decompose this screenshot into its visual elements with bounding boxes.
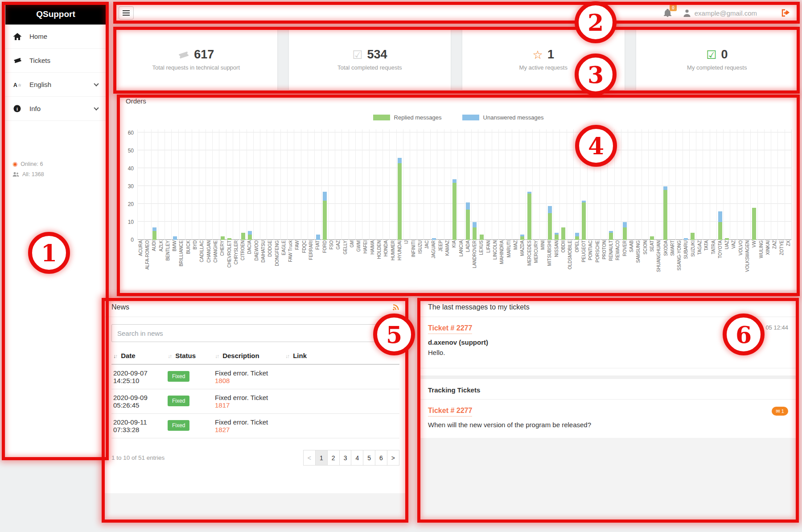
- sidebar-item-english[interactable]: A☆English: [5, 73, 106, 97]
- x-tick: FSO: [328, 240, 335, 290]
- column-header-description[interactable]: ↓↑ Description: [213, 348, 284, 364]
- replied-bar-segment: [663, 190, 667, 240]
- replied-bar-segment: [725, 238, 729, 240]
- stat-value: 617: [194, 48, 214, 62]
- page-button-4[interactable]: 4: [351, 450, 363, 466]
- x-tick: VOLKSWAGEN: [744, 240, 751, 290]
- user-menu[interactable]: example@gmail.com: [683, 9, 757, 17]
- cell-status: Fixed: [166, 389, 213, 414]
- sidebar-item-info[interactable]: iInfo: [5, 97, 106, 121]
- chart-column: [321, 129, 328, 240]
- x-tick: FIAT: [315, 240, 321, 290]
- x-tick-label: UAZ: [725, 240, 729, 249]
- chart-column: [628, 129, 634, 240]
- x-tick: PEUGEOT: [580, 240, 587, 290]
- column-header-link[interactable]: ↓↑ Link: [284, 348, 399, 364]
- x-tick: CHERY: [219, 240, 226, 290]
- cell-description: Fixed error. Ticket 1808: [213, 364, 284, 389]
- stats-row: 617Total requests in technical support☑5…: [115, 29, 798, 90]
- x-tick-label: SMART: [670, 240, 675, 256]
- x-tick-label: NISSAN: [555, 240, 559, 257]
- replied-bar-segment: [480, 235, 484, 240]
- chart-column: [376, 129, 382, 240]
- chart-column: [219, 129, 226, 240]
- chart-column: [239, 129, 246, 240]
- sidebar-item-tickets[interactable]: Tickets: [5, 49, 106, 73]
- stat-label: Total requests in technical support: [152, 64, 240, 71]
- ticket-number-link[interactable]: 1827: [215, 426, 230, 433]
- chart-column: [669, 129, 675, 240]
- x-tick: CITROEN: [239, 240, 246, 290]
- chart-column: [519, 129, 526, 240]
- x-tick: BMW: [171, 240, 178, 290]
- page-button-5[interactable]: 5: [363, 450, 375, 466]
- x-tick-label: DAIHATSU: [261, 240, 266, 263]
- replied-bar-segment: [520, 236, 524, 240]
- panel-footer: [419, 438, 797, 520]
- x-tick: LANDROVER: [472, 240, 478, 290]
- ticket-number-link[interactable]: 1808: [215, 377, 230, 384]
- ticket-number-link[interactable]: 1817: [215, 401, 230, 409]
- page-next-button[interactable]: >: [387, 450, 399, 466]
- notifications-button[interactable]: 0: [664, 9, 671, 17]
- y-tick-label: 40: [128, 165, 134, 172]
- replied-bar-segment: [548, 213, 552, 240]
- bar-LADA: [466, 202, 470, 240]
- sidebar-item-home[interactable]: Home: [5, 25, 106, 49]
- page-button-2[interactable]: 2: [327, 450, 340, 466]
- chart-column: [417, 129, 424, 240]
- chart-column: [730, 129, 736, 240]
- x-tick-label: WULING: [759, 240, 764, 258]
- x-tick-label: HOLDEN: [377, 240, 382, 259]
- chart-column: [465, 129, 471, 240]
- check-square-icon: ☑: [352, 49, 362, 61]
- menu-toggle-button[interactable]: [119, 6, 134, 20]
- chart-column: [403, 129, 410, 240]
- news-title: News: [111, 303, 129, 311]
- y-tick-label: 10: [128, 219, 134, 225]
- user-icon: [683, 9, 691, 17]
- x-tick-label: ZAZ: [773, 240, 777, 249]
- stat-value: 0: [721, 48, 728, 62]
- x-tick-label: ACURA: [139, 240, 143, 256]
- x-tick-label: LIFAN: [486, 240, 491, 253]
- tracking-tickets-title: Tracking Tickets: [428, 386, 788, 394]
- x-tick-label: ALFA-ROMEO: [145, 240, 150, 270]
- logout-button[interactable]: [781, 8, 791, 17]
- cell-status: Fixed: [166, 364, 213, 389]
- x-tick: HOLDEN: [376, 240, 382, 290]
- chart-column: [396, 129, 403, 240]
- tracking-ticket-link[interactable]: Ticket # 2277: [428, 407, 472, 417]
- rss-icon[interactable]: [392, 304, 399, 311]
- x-tick-label: FDQC: [302, 240, 307, 253]
- page-button-1[interactable]: 1: [315, 450, 328, 466]
- x-tick: ZX: [785, 240, 792, 290]
- x-tick: NISSAN: [553, 240, 560, 290]
- svg-text:☆: ☆: [18, 83, 21, 87]
- unanswered-bar-segment: [248, 231, 252, 235]
- page-button-3[interactable]: 3: [339, 450, 352, 466]
- replied-bar-segment: [561, 227, 565, 240]
- chart-column: [737, 129, 744, 240]
- column-header-status[interactable]: ↓↑ Status: [166, 348, 213, 364]
- x-tick: MAZDA: [519, 240, 526, 290]
- bar-FIAT: [316, 235, 320, 240]
- x-tick: MINI: [540, 240, 547, 290]
- status-badge: Fixed: [168, 371, 189, 382]
- last-messages-panel: The last messages to my tickets Ticket #…: [419, 297, 797, 520]
- chart-column: [362, 129, 369, 240]
- chart-column: [689, 129, 696, 240]
- bar-SKODA: [663, 186, 667, 240]
- page-button-6[interactable]: 6: [375, 450, 387, 466]
- search-input[interactable]: [111, 324, 399, 342]
- x-tick: LIFAN: [485, 240, 492, 290]
- unanswered-bar-segment: [152, 227, 156, 231]
- column-header-date[interactable]: ↓↑ Date: [111, 348, 166, 364]
- x-tick: EAGLE: [280, 240, 287, 290]
- chart-column: [451, 129, 457, 240]
- x-tick-label: VW: [752, 240, 757, 247]
- status-badge: Fixed: [168, 420, 189, 431]
- page-prev-button[interactable]: <: [303, 450, 316, 466]
- x-tick-label: LANDROVER: [473, 240, 477, 268]
- ticket-link[interactable]: Ticket # 2277: [428, 324, 472, 334]
